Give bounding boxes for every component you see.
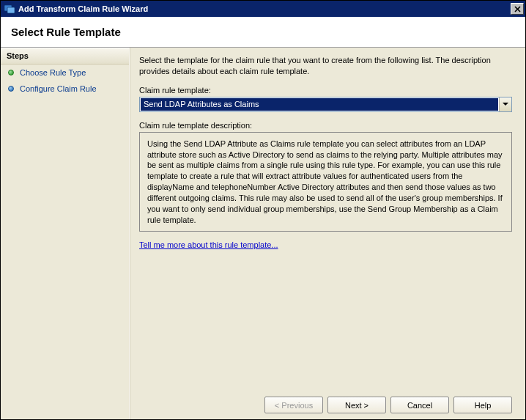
description-label: Claim rule template description:	[139, 121, 512, 130]
app-icon	[4, 3, 15, 15]
step-choose-rule-type[interactable]: Choose Rule Type	[1, 65, 129, 81]
cancel-button[interactable]: Cancel	[390, 397, 449, 413]
help-button[interactable]: Help	[453, 397, 512, 413]
template-selected-value: Send LDAP Attributes as Claims	[141, 98, 498, 111]
more-info-link[interactable]: Tell me more about this rule template...	[139, 240, 512, 249]
main-panel: Select the template for the claim rule t…	[130, 48, 525, 419]
wizard-body: Steps Choose Rule Type Configure Claim R…	[1, 48, 525, 419]
template-combo[interactable]: Send LDAP Attributes as Claims	[139, 97, 512, 112]
bullet-icon	[8, 70, 14, 75]
titlebar: Add Transform Claim Rule Wizard	[1, 1, 525, 17]
step-label: Choose Rule Type	[20, 68, 86, 77]
page-header: Select Rule Template	[1, 17, 525, 48]
page-heading: Select Rule Template	[11, 26, 515, 38]
next-button[interactable]: Next >	[327, 397, 386, 413]
intro-text: Select the template for the claim rule t…	[139, 55, 512, 77]
close-button[interactable]	[511, 3, 524, 15]
previous-button: < Previous	[264, 397, 323, 413]
bullet-icon	[8, 86, 14, 92]
steps-heading: Steps	[1, 48, 129, 65]
spacer	[139, 249, 512, 391]
svg-rect-1	[7, 7, 15, 13]
chevron-down-icon[interactable]	[499, 97, 511, 111]
description-box: Using the Send LDAP Attribute as Claims …	[139, 132, 512, 232]
step-configure-claim-rule[interactable]: Configure Claim Rule	[1, 81, 129, 97]
template-label: Claim rule template:	[139, 86, 512, 95]
wizard-window: Add Transform Claim Rule Wizard Select R…	[0, 0, 526, 420]
steps-sidebar: Steps Choose Rule Type Configure Claim R…	[1, 48, 130, 419]
window-title: Add Transform Claim Rule Wizard	[18, 4, 511, 13]
step-label: Configure Claim Rule	[20, 84, 97, 93]
button-bar: < Previous Next > Cancel Help	[139, 391, 512, 413]
